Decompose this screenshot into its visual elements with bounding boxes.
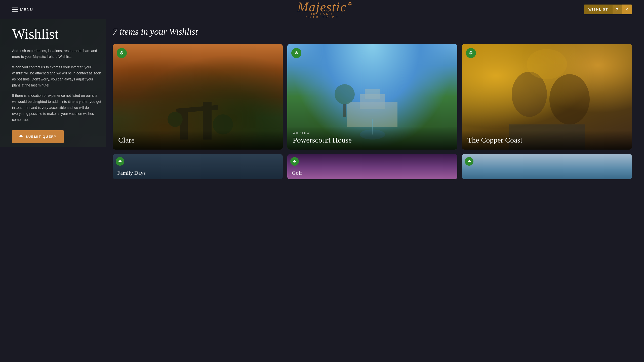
shamrock-icon: ☘ bbox=[293, 159, 296, 164]
sidebar: Wishlist Add Irish experiences, location… bbox=[12, 19, 103, 179]
card-powerscourt[interactable]: ☘ WICKLOW Powerscourt House bbox=[287, 44, 457, 150]
card-clare[interactable]: ☘ Clare bbox=[113, 44, 283, 150]
logo-road-trips: ROAD TRIPS bbox=[305, 16, 339, 19]
card-copper-coast-name: The Copper Coast bbox=[467, 135, 626, 145]
card-golf-image bbox=[287, 154, 457, 179]
wishlist-close-button[interactable]: ✕ bbox=[622, 5, 632, 14]
page-title: Wishlist bbox=[12, 26, 103, 42]
shamrock-icon: ☘ bbox=[294, 50, 298, 56]
card-copper-coast-shamrock: ☘ bbox=[466, 48, 476, 58]
card-powerscourt-overlay: WICKLOW Powerscourt House bbox=[287, 126, 457, 150]
shamrock-icon: ☘ bbox=[467, 159, 471, 164]
menu-button[interactable]: MENU bbox=[12, 7, 33, 12]
card-golf-shamrock: ☘ bbox=[290, 157, 299, 166]
header: MENU Majestic ☘ IRELAND ROAD TRIPS WISHL… bbox=[0, 0, 644, 19]
card-family-days-label: Family Days bbox=[117, 170, 146, 176]
logo-script: Majestic bbox=[297, 0, 346, 14]
menu-label: MENU bbox=[20, 7, 33, 12]
cards-grid: ☘ Clare bbox=[113, 44, 632, 150]
card-powerscourt-name: Powerscourt House bbox=[293, 135, 452, 145]
svg-rect-7 bbox=[365, 89, 380, 99]
card-powerscourt-shamrock: ☘ bbox=[291, 48, 301, 58]
card-family-days[interactable]: ☘ Family Days bbox=[113, 154, 283, 179]
sidebar-desc-2: When you contact us to express your inte… bbox=[12, 64, 103, 88]
svg-point-3 bbox=[168, 112, 183, 127]
card-partial-3[interactable]: ☘ bbox=[462, 154, 632, 179]
logo[interactable]: Majestic ☘ IRELAND ROAD TRIPS bbox=[297, 1, 346, 19]
card-powerscourt-region: WICKLOW bbox=[293, 131, 452, 134]
svg-rect-9 bbox=[343, 104, 346, 117]
hamburger-icon bbox=[12, 8, 18, 12]
content-area: 7 items in your Wishlist ☘ bbox=[113, 19, 632, 179]
shamrock-icon: ☘ bbox=[118, 159, 122, 164]
card-clare-shamrock: ☘ bbox=[117, 48, 127, 58]
card-golf-label: Golf bbox=[292, 170, 302, 176]
sidebar-desc-3: If there is a location or experience not… bbox=[12, 93, 103, 123]
submit-shamrock-icon: ☘ bbox=[19, 134, 23, 139]
main-container: Wishlist Add Irish experiences, location… bbox=[0, 19, 644, 179]
card-partial-3-image bbox=[462, 154, 632, 179]
card-clare-name: Clare bbox=[118, 135, 277, 145]
card-family-days-shamrock: ☘ bbox=[116, 157, 124, 166]
bottom-row: ☘ Family Days ☘ Golf ☘ bbox=[113, 154, 632, 179]
wishlist-count: 7 bbox=[613, 5, 622, 14]
submit-label: SUBMIT QUERY bbox=[26, 135, 57, 139]
svg-rect-2 bbox=[176, 105, 218, 113]
svg-point-8 bbox=[335, 84, 355, 104]
card-copper-coast[interactable]: ☘ The Copper Coast bbox=[462, 44, 632, 150]
shamrock-icon: ☘ bbox=[120, 50, 124, 56]
svg-point-15 bbox=[527, 49, 567, 79]
card-golf[interactable]: ☘ Golf bbox=[287, 154, 457, 179]
card-copper-coast-overlay: The Copper Coast bbox=[462, 130, 632, 150]
shamrock-icon: ☘ bbox=[469, 50, 473, 56]
wishlist-button[interactable]: WISHLIST 7 ✕ bbox=[584, 5, 632, 14]
wishlist-label: WISHLIST bbox=[584, 5, 613, 14]
logo-shamrock-icon: ☘ bbox=[348, 2, 352, 7]
wishlist-count-title: 7 items in your Wishlist bbox=[113, 26, 632, 37]
card-partial-3-shamrock: ☘ bbox=[465, 157, 473, 166]
logo-area: Majestic ☘ IRELAND ROAD TRIPS bbox=[297, 1, 346, 19]
submit-query-button[interactable]: ☘ SUBMIT QUERY bbox=[12, 130, 64, 143]
svg-point-13 bbox=[549, 74, 590, 124]
card-clare-overlay: Clare bbox=[113, 130, 283, 150]
sidebar-content: Wishlist Add Irish experiences, location… bbox=[12, 26, 103, 143]
sidebar-desc-1: Add Irish experiences, locations, restau… bbox=[12, 48, 103, 60]
